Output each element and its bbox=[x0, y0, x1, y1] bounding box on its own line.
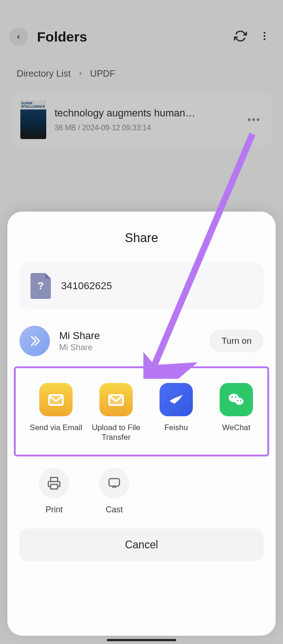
refresh-icon[interactable] bbox=[234, 30, 247, 44]
share-app-wechat[interactable]: WeChat bbox=[206, 383, 266, 443]
file-more-button[interactable]: ••• bbox=[246, 114, 263, 126]
action-cast[interactable]: Cast bbox=[84, 468, 144, 515]
print-icon bbox=[39, 468, 69, 498]
breadcrumb-item[interactable]: UPDF bbox=[90, 68, 115, 79]
svg-point-9 bbox=[235, 396, 236, 398]
action-print[interactable]: Print bbox=[24, 468, 84, 515]
svg-point-1 bbox=[264, 35, 265, 37]
share-apps-row: Send via Email Upload to File Transfer F… bbox=[14, 366, 269, 456]
back-button[interactable] bbox=[9, 28, 28, 46]
svg-point-7 bbox=[235, 398, 243, 405]
wechat-icon bbox=[220, 383, 253, 416]
share-sheet: Share ? 341062625 Mi Share Mi Share Turn… bbox=[7, 212, 276, 636]
file-unknown-icon: ? bbox=[31, 273, 51, 299]
svg-rect-12 bbox=[51, 484, 58, 489]
file-name: technology augments human… bbox=[55, 107, 237, 119]
chevron-right-icon bbox=[77, 68, 84, 79]
mi-share-row: Mi Share Mi Share Turn on bbox=[19, 326, 264, 356]
share-app-file-transfer[interactable]: Upload to File Transfer bbox=[86, 383, 146, 443]
mi-share-title: Mi Share bbox=[59, 330, 200, 342]
more-vertical-icon[interactable] bbox=[259, 30, 270, 43]
mi-share-subtitle: Mi Share bbox=[59, 343, 200, 352]
share-file-name: 341062625 bbox=[61, 280, 112, 292]
svg-point-8 bbox=[231, 396, 233, 398]
breadcrumb-item[interactable]: Directory List bbox=[17, 68, 71, 79]
share-actions-row: Print Cast bbox=[7, 459, 276, 516]
svg-point-0 bbox=[264, 32, 265, 34]
svg-rect-13 bbox=[109, 479, 120, 486]
share-app-email[interactable]: Send via Email bbox=[26, 383, 86, 443]
mi-share-icon bbox=[19, 326, 50, 356]
feishu-icon bbox=[160, 383, 193, 416]
email-icon bbox=[39, 383, 73, 416]
cancel-button[interactable]: Cancel bbox=[19, 529, 264, 561]
file-list-item[interactable]: SUPER INTELLIGENCE technology augments h… bbox=[11, 93, 272, 146]
breadcrumb: Directory List UPDF bbox=[0, 55, 283, 85]
chevron-left-icon bbox=[15, 34, 22, 40]
share-title: Share bbox=[7, 231, 276, 245]
file-meta: 38 MB / 2024-09-12 09:33:14 bbox=[55, 124, 237, 132]
share-file-row[interactable]: ? 341062625 bbox=[19, 263, 264, 309]
svg-point-11 bbox=[240, 400, 241, 401]
file-thumbnail: SUPER INTELLIGENCE bbox=[20, 100, 46, 139]
cast-icon bbox=[99, 468, 129, 498]
share-app-feishu[interactable]: Feishu bbox=[146, 383, 206, 443]
header-bar: Folders bbox=[0, 0, 283, 55]
home-indicator[interactable] bbox=[107, 639, 176, 641]
page-title: Folders bbox=[37, 29, 234, 45]
mi-share-turn-on-button[interactable]: Turn on bbox=[209, 329, 264, 352]
email-icon bbox=[99, 383, 133, 416]
svg-point-10 bbox=[237, 400, 239, 401]
svg-point-2 bbox=[264, 38, 265, 40]
